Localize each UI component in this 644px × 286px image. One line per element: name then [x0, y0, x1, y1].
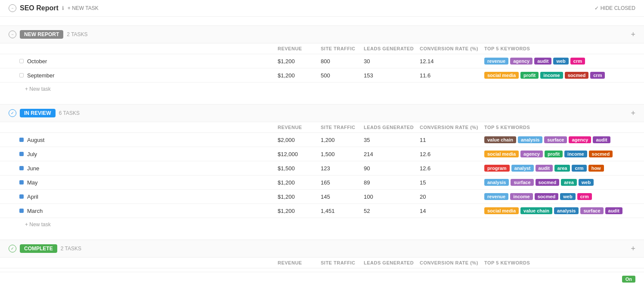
- task-traffic: 1,200: [321, 137, 364, 143]
- col-action: [622, 260, 635, 265]
- task-label: October: [27, 58, 47, 65]
- tag: analyst: [511, 165, 534, 172]
- tag: program: [484, 165, 510, 172]
- tag: value chain: [520, 207, 552, 214]
- tag: socmed: [535, 193, 559, 200]
- table-row: March $1,200 1,451 52 14 social mediaval…: [0, 204, 644, 218]
- task-name: June: [19, 165, 278, 172]
- section-header-in-review: ✓ IN REVIEW 6 TASKS +: [0, 104, 644, 122]
- tag: analysis: [554, 207, 579, 214]
- col-4: TOP 5 KEYWORDS: [484, 260, 622, 265]
- task-dot: [19, 73, 24, 77]
- tag: audit: [534, 58, 551, 65]
- section-count-complete: 2 TASKS: [61, 246, 81, 252]
- table-row: October $1,200 800 30 12.14 revenueagenc…: [0, 54, 644, 68]
- task-leads: 100: [364, 194, 420, 200]
- task-traffic: 145: [321, 194, 364, 200]
- tag: surface: [511, 179, 533, 186]
- task-conversion: 12.6: [420, 165, 484, 172]
- col-2: LEADS GENERATED: [364, 125, 420, 130]
- tag: analysis: [484, 179, 509, 186]
- section-toggle-new-report[interactable]: −: [9, 31, 16, 38]
- col-1: SITE TRAFFIC: [321, 125, 364, 130]
- task-dot: [19, 180, 24, 185]
- sections-container: − NEW REPORT 2 TASKS + REVENUESITE TRAFF…: [0, 17, 644, 286]
- task-revenue: $12,000: [278, 151, 321, 157]
- task-label: August: [27, 137, 44, 143]
- tag: how: [588, 165, 604, 172]
- tag: agency: [520, 151, 543, 157]
- columns-header-new-report: REVENUESITE TRAFFICLEADS GENERATEDCONVER…: [0, 43, 644, 54]
- tag: income: [540, 72, 563, 79]
- col-name: [19, 46, 278, 51]
- tag: crm: [572, 165, 586, 172]
- section-count-in-review: 6 TASKS: [59, 110, 80, 116]
- task-traffic: 165: [321, 179, 364, 186]
- info-icon[interactable]: ℹ: [62, 5, 64, 11]
- col-action: [622, 46, 635, 51]
- task-label: April: [27, 194, 38, 200]
- tag: profit: [545, 151, 563, 157]
- task-revenue: $2,000: [278, 137, 321, 143]
- task-name: September: [19, 72, 278, 79]
- task-conversion: 11: [420, 137, 484, 143]
- section-in-review: ✓ IN REVIEW 6 TASKS + REVENUESITE TRAFFI…: [0, 95, 644, 231]
- task-revenue: $1,200: [278, 72, 321, 79]
- col-1: SITE TRAFFIC: [321, 260, 364, 265]
- section-add-in-review[interactable]: +: [631, 109, 635, 117]
- task-traffic: 123: [321, 165, 364, 172]
- task-tags: revenueagencyauditwebcrm: [484, 58, 622, 65]
- section-add-complete[interactable]: +: [631, 245, 635, 252]
- task-conversion: 14: [420, 208, 484, 214]
- tag: income: [564, 151, 587, 157]
- task-tags: programanalystauditareacrmhow: [484, 165, 622, 172]
- section-label-new-report[interactable]: NEW REPORT: [20, 30, 63, 39]
- header: − SEO Report ℹ + NEW TASK ✓ HIDE CLOSED: [0, 0, 644, 17]
- task-leads: 90: [364, 165, 420, 172]
- col-name: [19, 125, 278, 130]
- task-revenue: $1,200: [278, 179, 321, 186]
- task-traffic: 1,451: [321, 208, 364, 214]
- section-add-new-report[interactable]: +: [631, 31, 635, 38]
- tag: profit: [520, 72, 539, 79]
- task-leads: 89: [364, 179, 420, 186]
- table-row: August $2,000 1,200 35 11 value chainana…: [0, 133, 644, 147]
- new-task-link-new-report[interactable]: + New task: [0, 83, 644, 95]
- hide-closed-button[interactable]: ✓ HIDE CLOSED: [594, 5, 635, 11]
- section-count-new-report: 2 TASKS: [67, 31, 87, 37]
- section-toggle-in-review[interactable]: ✓: [9, 109, 16, 117]
- task-revenue: $1,500: [278, 165, 321, 172]
- tag: social media: [484, 151, 519, 157]
- new-task-link-in-review[interactable]: + New task: [0, 218, 644, 231]
- task-name: March: [19, 208, 278, 214]
- task-dot: [19, 209, 24, 213]
- tag: social media: [484, 72, 519, 79]
- tag: surface: [544, 136, 567, 143]
- section-new-report: − NEW REPORT 2 TASKS + REVENUESITE TRAFF…: [0, 17, 644, 95]
- tag: web: [560, 193, 575, 200]
- task-revenue: $1,200: [278, 208, 321, 214]
- tag: surface: [580, 207, 603, 214]
- section-toggle-complete[interactable]: ✓: [9, 245, 16, 252]
- section-header-complete: ✓ COMPLETE 2 TASKS +: [0, 240, 644, 258]
- col-3: CONVERSION RATE (%): [420, 125, 484, 130]
- table-row: June $1,500 123 90 12.6 programanalystau…: [0, 161, 644, 175]
- collapse-icon[interactable]: −: [9, 4, 16, 12]
- task-name: October: [19, 58, 278, 65]
- task-tags: value chainanalysissurfaceagencyaudit: [484, 136, 622, 143]
- col-1: SITE TRAFFIC: [321, 46, 364, 51]
- task-conversion: 11.6: [420, 72, 484, 79]
- table-row: July $12,000 1,500 214 12.6 social media…: [0, 147, 644, 161]
- tag: revenue: [484, 58, 508, 65]
- section-label-in-review[interactable]: IN REVIEW: [20, 109, 56, 117]
- col-2: LEADS GENERATED: [364, 46, 420, 51]
- task-revenue: $1,200: [278, 194, 321, 200]
- col-name: [19, 260, 278, 265]
- section-label-complete[interactable]: COMPLETE: [20, 244, 57, 253]
- task-name: July: [19, 151, 278, 157]
- task-label: July: [27, 151, 37, 157]
- tag: crm: [577, 193, 592, 200]
- tag: socmed: [565, 72, 589, 79]
- task-name: May: [19, 179, 278, 186]
- new-task-button[interactable]: + NEW TASK: [68, 5, 99, 11]
